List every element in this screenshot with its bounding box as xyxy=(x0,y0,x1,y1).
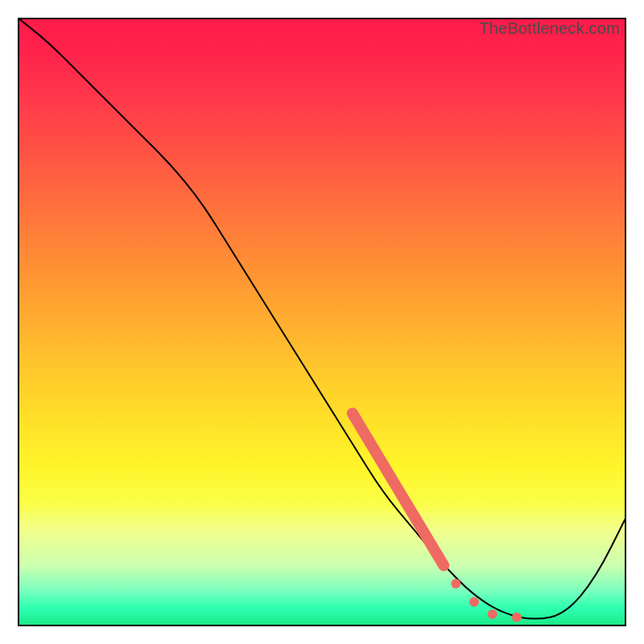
bottleneck-curve xyxy=(18,18,626,619)
marker-dot xyxy=(512,613,522,622)
marker-dot xyxy=(488,609,497,619)
plot-frame xyxy=(19,19,625,625)
highlight-band xyxy=(353,413,444,565)
marker-dot xyxy=(451,579,460,588)
chart-container: TheBottleneck.com xyxy=(0,0,644,644)
plot-area: TheBottleneck.com xyxy=(18,18,626,626)
marker-dot xyxy=(469,597,479,607)
chart-svg xyxy=(18,18,626,626)
